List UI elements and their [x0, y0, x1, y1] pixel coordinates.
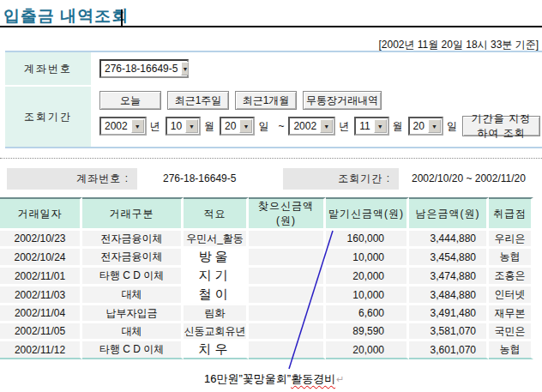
table-row: 2002/11/01 타행 C D 이체 지기 20,000 3,474,880…: [0, 265, 533, 284]
last-month-button[interactable]: 최근1개월: [235, 91, 297, 110]
year-unit: 년: [339, 119, 349, 134]
cell-withdraw: [249, 246, 326, 265]
cell-desc: 지기: [184, 265, 249, 284]
return-mark-icon: ↵: [336, 374, 344, 384]
tilde-separator: ~: [278, 120, 284, 132]
cell-deposit: 160,000: [326, 228, 409, 246]
result-summary: 계좌번호 : 276-18-16649-5 조회기간 : 2002/10/20 …: [0, 168, 542, 190]
annotation-text-underlined: 활동경비: [291, 372, 335, 385]
cell-balance: 3,491,480: [409, 303, 489, 321]
cell-deposit: 89,590: [326, 321, 409, 339]
cell-withdraw: [249, 303, 326, 321]
cell-desc: 신동교회유년: [184, 321, 249, 339]
cell-balance: 3,454,880: [409, 246, 489, 265]
cell-date: 2002/11/03: [0, 284, 82, 303]
from-day-select[interactable]: 20 ▼: [220, 117, 255, 136]
summary-account-value: 276-18-16649-5: [163, 168, 236, 190]
header-deposit: 맡기신금액(원): [326, 197, 409, 228]
to-month-select[interactable]: 11 ▼: [354, 117, 388, 136]
cell-branch: 조흥은: [489, 265, 533, 284]
cell-withdraw: [249, 339, 326, 359]
cell-withdraw: [249, 321, 326, 339]
chevron-down-icon[interactable]: ▼: [428, 119, 441, 133]
month-unit: 월: [393, 119, 403, 134]
cell-date: 2002/10/23: [0, 228, 82, 246]
cell-type: 타행 C D 이체: [82, 265, 184, 284]
cell-deposit: 10,000: [326, 284, 409, 303]
cell-branch: 농협: [489, 339, 533, 359]
to-month-value: 11: [356, 120, 373, 132]
table-body: 2002/10/23 전자금융이체 우민서_활동 160,000 3,444,8…: [0, 228, 533, 359]
quick-buttons: 오늘 최근1주일 최근1개월 무통장거래내역: [99, 91, 542, 110]
bankbookless-button[interactable]: 무통장거래내역: [303, 91, 382, 110]
cell-branch: 국민은: [489, 321, 533, 339]
cell-date: 2002/11/12: [0, 339, 82, 359]
table-row: 2002/11/04 납부자입금 림화 6,600 3,491,480 재무본: [0, 303, 533, 321]
cell-type: 전자금융이체: [82, 228, 184, 246]
last-week-button[interactable]: 최근1주일: [167, 91, 229, 110]
to-day-select[interactable]: 20 ▼: [408, 117, 443, 136]
account-select-value: 276-18-16649-5: [101, 63, 181, 75]
account-label: 계좌번호: [5, 52, 91, 85]
cell-deposit: 20,000: [326, 339, 409, 359]
cell-type: 대체: [82, 284, 184, 303]
cell-branch: 농협: [489, 246, 533, 265]
page-title: 입출금 내역조회: [3, 5, 129, 27]
to-year-select[interactable]: 2002 ▼: [288, 117, 335, 136]
chevron-down-icon[interactable]: ▼: [181, 62, 189, 75]
cell-branch: 인터넷: [489, 284, 533, 303]
table-row: 2002/10/23 전자금융이체 우민서_활동 160,000 3,444,8…: [0, 228, 533, 246]
cell-date: 2002/11/04: [0, 303, 82, 321]
chevron-down-icon[interactable]: ▼: [320, 119, 333, 133]
cell-date: 2002/10/24: [0, 246, 82, 265]
title-underline: [0, 26, 542, 27]
from-day-value: 20: [221, 120, 239, 132]
cell-balance: 3,484,880: [409, 284, 489, 303]
cell-balance: 3,601,070: [409, 339, 489, 359]
from-month-value: 10: [167, 120, 185, 132]
cell-type: 타행 C D 이체: [82, 339, 184, 359]
cell-type: 전자금융이체: [82, 246, 184, 265]
cell-date: 2002/11/05: [0, 321, 82, 339]
from-year-select[interactable]: 2002 ▼: [99, 117, 147, 136]
cell-type: 납부자입금: [82, 303, 184, 321]
cell-balance: 3,444,880: [409, 228, 489, 246]
summary-account-label: 계좌번호 :: [7, 168, 137, 190]
header-date: 거래일자: [0, 197, 82, 228]
cell-desc: 우민서_활동: [184, 228, 249, 246]
cell-type: 대체: [82, 321, 184, 339]
cell-desc: 철이: [184, 284, 249, 303]
table-row: 2002/11/05 대체 신동교회유년 89,590 3,581,070 국민…: [0, 321, 533, 339]
cell-deposit: 10,000: [326, 246, 409, 265]
cell-balance: 3,474,880: [409, 265, 489, 284]
dotted-divider: [0, 158, 542, 159]
account-select[interactable]: 276-18-16649-5 ▼: [99, 59, 189, 78]
day-unit: 일: [447, 119, 457, 134]
today-button[interactable]: 오늘: [99, 91, 161, 110]
header-balance: 남은금액(원): [409, 197, 489, 228]
cell-deposit: 20,000: [326, 265, 409, 284]
to-year-value: 2002: [290, 120, 320, 132]
cell-date: 2002/11/01: [0, 265, 82, 284]
to-day-value: 20: [410, 120, 428, 132]
chevron-down-icon[interactable]: ▼: [239, 119, 252, 133]
summary-period-label: 조회기간 :: [283, 168, 399, 190]
from-year-value: 2002: [101, 120, 131, 132]
cell-desc: 방울: [184, 246, 249, 265]
period-row: 조회기간 오늘 최근1주일 최근1개월 무통장거래내역 2002 ▼ 년 10 …: [5, 87, 542, 147]
period-label: 조회기간: [5, 87, 91, 147]
transaction-table: 거래일자 거래구분 적요 찾으신금액(원) 맡기신금액(원) 남은금액(원) 취…: [0, 197, 533, 359]
header-branch: 취급점: [489, 197, 533, 228]
annotation-caption: 16만원”꽃망울회”활동경비↵: [204, 371, 344, 387]
cell-branch: 우리은: [489, 228, 533, 246]
chevron-down-icon[interactable]: ▼: [131, 119, 144, 133]
from-month-select[interactable]: 10 ▼: [166, 117, 201, 136]
table-header-row: 거래일자 거래구분 적요 찾으신금액(원) 맡기신금액(원) 남은금액(원) 취…: [0, 197, 533, 228]
cell-desc: 치우: [184, 339, 249, 359]
cell-withdraw: [249, 265, 326, 284]
chevron-down-icon[interactable]: ▼: [374, 119, 387, 133]
cell-deposit: 6,600: [326, 303, 409, 321]
chevron-down-icon[interactable]: ▼: [185, 119, 198, 133]
cell-withdraw: [249, 228, 326, 246]
search-by-period-button[interactable]: 기간을 지정하여 조회: [462, 116, 540, 136]
